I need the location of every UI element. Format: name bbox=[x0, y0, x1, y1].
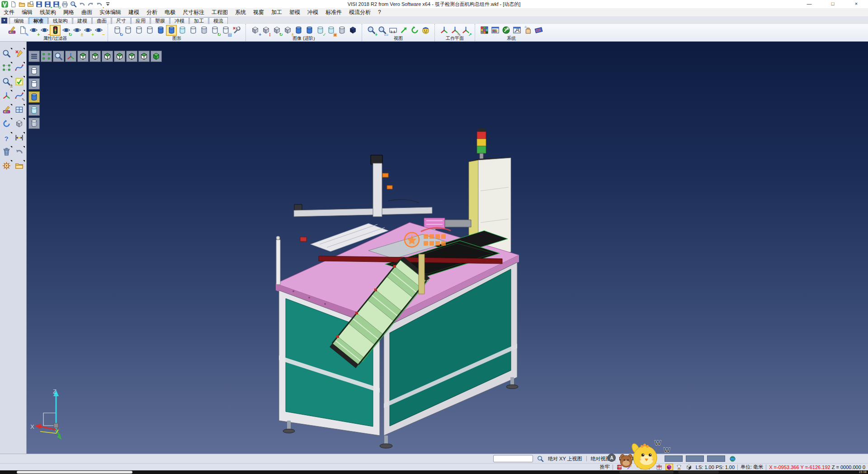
selection-box-icon[interactable] bbox=[1, 62, 12, 73]
help-context-icon[interactable]: ? bbox=[646, 464, 653, 470]
zoom-dynamic-icon[interactable]: ± bbox=[1, 76, 12, 87]
wireframe-display-icon[interactable] bbox=[123, 25, 133, 36]
print-preview-icon[interactable] bbox=[70, 0, 77, 8]
view-front-icon[interactable] bbox=[90, 51, 101, 62]
help-question-icon[interactable]: ? bbox=[1, 132, 12, 143]
workplane-create-icon[interactable] bbox=[439, 25, 449, 36]
view-lock-label[interactable]: 绝对 XY 上视图 bbox=[548, 455, 582, 462]
adv-invert-icon[interactable]: ± bbox=[282, 25, 293, 36]
solid-check-icon[interactable]: ✓ bbox=[315, 25, 326, 36]
filter-traffic-light-icon[interactable] bbox=[50, 25, 61, 36]
flat-display-icon[interactable] bbox=[188, 25, 198, 36]
mode-wireframe-icon[interactable] bbox=[28, 65, 40, 76]
view-swatch-2[interactable] bbox=[686, 455, 704, 462]
menu-mesh[interactable]: 网格 bbox=[60, 8, 78, 16]
tab-dimension[interactable]: 尺寸 bbox=[112, 17, 131, 24]
menu-standard-parts[interactable]: 标准件 bbox=[322, 8, 345, 16]
show-add-icon[interactable]: + bbox=[28, 25, 39, 36]
tab-apply[interactable]: 应用 bbox=[131, 17, 150, 24]
adv-regen-icon[interactable]: ↻ bbox=[271, 25, 282, 36]
app-logo-visi[interactable] bbox=[1, 0, 9, 8]
copy-file-icon[interactable] bbox=[27, 0, 34, 8]
render-solid-icon[interactable] bbox=[347, 25, 358, 36]
visibility-refresh-icon[interactable]: ↻ bbox=[61, 25, 71, 36]
tab-menu-button[interactable]: ▾ bbox=[1, 18, 7, 24]
tab-modeling[interactable]: 建模 bbox=[73, 17, 92, 24]
mode-hatched-icon[interactable] bbox=[28, 118, 40, 129]
zoom-select-icon[interactable] bbox=[1, 48, 12, 59]
new-file-icon[interactable] bbox=[9, 0, 17, 8]
mode-shaded-icon[interactable] bbox=[28, 91, 40, 103]
print-icon[interactable] bbox=[61, 0, 69, 8]
system-settings-icon[interactable] bbox=[500, 25, 511, 36]
solid-hatched-icon[interactable] bbox=[336, 25, 347, 36]
edit-spline-icon[interactable] bbox=[14, 62, 24, 73]
display-copy-icon[interactable]: ▤ bbox=[220, 25, 231, 36]
regen-display-icon[interactable]: ↻ bbox=[112, 25, 123, 36]
visibility-invert-icon[interactable]: ± bbox=[71, 25, 82, 36]
delete-trash-icon[interactable] bbox=[1, 146, 12, 157]
menu-help[interactable]: ? bbox=[374, 8, 385, 16]
tab-edit[interactable]: 编辑 bbox=[9, 17, 28, 24]
tab-die[interactable]: 冲模 bbox=[170, 17, 189, 24]
translucent-display-icon[interactable] bbox=[177, 25, 188, 36]
redo-icon[interactable] bbox=[87, 0, 94, 8]
mode-translucent-icon[interactable] bbox=[28, 104, 40, 116]
tab-wireframe[interactable]: 线架构 bbox=[48, 17, 72, 24]
view-right-icon[interactable] bbox=[126, 51, 137, 62]
clip-plane-icon[interactable]: ▣ bbox=[326, 25, 336, 36]
globe-icon[interactable] bbox=[729, 455, 736, 462]
workplane-align-icon[interactable]: ↗ bbox=[460, 25, 471, 36]
menu-die[interactable]: 冲模 bbox=[304, 8, 322, 16]
tab-flow[interactable]: 模流 bbox=[209, 17, 228, 24]
taskbar-segment[interactable] bbox=[17, 471, 132, 474]
grid-settings-icon[interactable] bbox=[533, 25, 544, 36]
erase-entity-icon[interactable] bbox=[14, 48, 24, 59]
view-bottom-icon[interactable] bbox=[138, 51, 150, 62]
attributes-query-icon[interactable]: ✎ bbox=[17, 25, 28, 36]
color-table-icon[interactable] bbox=[479, 25, 490, 36]
display-half-icon[interactable] bbox=[685, 464, 693, 470]
license-key-icon[interactable] bbox=[636, 464, 643, 470]
attributes-paint-icon[interactable] bbox=[1, 104, 12, 115]
zoom-in-icon[interactable]: + bbox=[366, 25, 377, 36]
session-trophy-icon[interactable] bbox=[675, 464, 683, 470]
menu-drawing[interactable]: 工程图 bbox=[208, 8, 231, 16]
lock-toggle-label[interactable]: 拴牢 bbox=[600, 464, 610, 470]
absolute-view-label[interactable]: 绝对视图 bbox=[591, 455, 611, 462]
menu-mold[interactable]: 塑模 bbox=[286, 8, 304, 16]
modify-curve-icon[interactable]: ✎ bbox=[14, 90, 24, 101]
solid-shaded-icon[interactable] bbox=[293, 25, 304, 36]
annotate-pen-icon[interactable] bbox=[626, 464, 633, 470]
package-icon[interactable] bbox=[656, 464, 663, 470]
hide-all-icon[interactable]: − bbox=[93, 25, 104, 36]
menu-machining[interactable]: 加工 bbox=[268, 8, 286, 16]
workplane-edit-icon[interactable]: ✎ bbox=[449, 25, 460, 36]
menu-analysis[interactable]: 分析 bbox=[143, 8, 161, 16]
save-icon[interactable] bbox=[35, 0, 43, 8]
shaded-display-icon[interactable] bbox=[155, 25, 166, 36]
menu-wireframe[interactable]: 线架构 bbox=[36, 8, 60, 16]
tab-standard[interactable]: 标准 bbox=[29, 17, 48, 24]
save-as-icon[interactable]: + bbox=[44, 0, 52, 8]
regen-shaded-icon[interactable]: ↻ bbox=[209, 25, 220, 36]
zoom-window-icon[interactable]: ▭ bbox=[377, 25, 387, 36]
save-all-icon[interactable]: ↻ bbox=[52, 0, 60, 8]
hide-remove-icon[interactable]: − bbox=[39, 25, 50, 36]
menu-solid-edit[interactable]: 实体编辑 bbox=[96, 8, 125, 16]
undo-icon[interactable] bbox=[78, 0, 86, 8]
regenerate-icon[interactable] bbox=[1, 118, 12, 129]
ucs-axes-icon[interactable] bbox=[1, 90, 12, 101]
options-window-icon[interactable] bbox=[511, 25, 522, 36]
tab-mold[interactable]: 塑膜 bbox=[151, 17, 170, 24]
view-refresh-icon[interactable] bbox=[409, 25, 420, 36]
undo-history-icon[interactable]: • bbox=[95, 0, 103, 8]
menu-surface[interactable]: 曲面 bbox=[78, 8, 96, 16]
search-input[interactable] bbox=[493, 455, 533, 462]
view-back-icon[interactable] bbox=[102, 51, 113, 62]
show-all-icon[interactable]: + bbox=[82, 25, 93, 36]
solid-cube-icon[interactable] bbox=[14, 118, 24, 129]
tab-surface[interactable]: 曲面 bbox=[92, 17, 111, 24]
maximize-button[interactable]: □ bbox=[821, 0, 844, 8]
viewport-panes-icon[interactable] bbox=[14, 104, 24, 115]
